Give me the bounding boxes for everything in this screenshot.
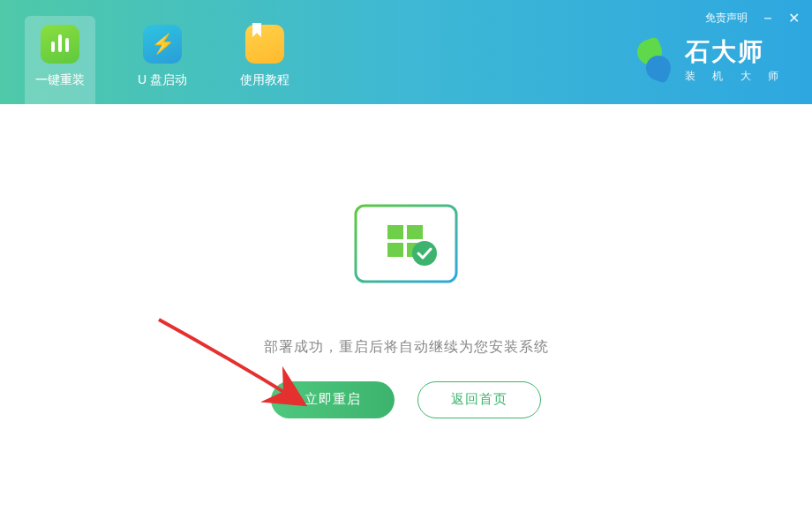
tab-tutorial[interactable]: 使用教程: [229, 16, 300, 104]
tab-oneclick-reinstall[interactable]: 一键重装: [25, 16, 95, 104]
disclaimer-link[interactable]: 免责声明: [705, 11, 748, 26]
tab-label: 一键重装: [35, 72, 85, 88]
svg-rect-3: [387, 225, 403, 239]
monitor-success-icon: [340, 199, 472, 313]
restart-now-button[interactable]: 立即重启: [271, 381, 395, 418]
tab-label: 使用教程: [240, 72, 289, 88]
svg-rect-4: [407, 225, 423, 239]
tab-usb-boot[interactable]: ⚡ U 盘启动: [127, 16, 198, 104]
action-buttons: 立即重启 返回首页: [271, 381, 541, 418]
svg-point-7: [412, 241, 437, 266]
tab-label: U 盘启动: [138, 72, 187, 88]
header-tabs: 一键重装 ⚡ U 盘启动 使用教程: [0, 0, 300, 104]
back-home-button[interactable]: 返回首页: [417, 381, 541, 418]
brand-name: 石大师: [685, 35, 764, 69]
window-controls: 免责声明 － ✕: [705, 7, 800, 28]
brand-logo-icon: [634, 40, 674, 80]
status-message: 部署成功，重启后将自动继续为您安装系统: [264, 338, 549, 357]
main-content: 部署成功，重启后将自动继续为您安装系统 立即重启 返回首页: [0, 104, 812, 512]
app-header: 一键重装 ⚡ U 盘启动 使用教程 免责声明 － ✕ 石大师 装 机 大 师: [0, 0, 812, 104]
brand-tagline: 装 机 大 师: [685, 69, 786, 84]
svg-rect-5: [387, 243, 403, 257]
close-button[interactable]: ✕: [788, 10, 800, 26]
book-icon: [245, 25, 284, 64]
brand: 石大师 装 机 大 师: [634, 35, 786, 84]
minimize-button[interactable]: －: [760, 7, 776, 28]
oneclick-icon: [41, 25, 79, 64]
svg-rect-0: [356, 206, 456, 282]
usb-icon: ⚡: [143, 25, 182, 64]
